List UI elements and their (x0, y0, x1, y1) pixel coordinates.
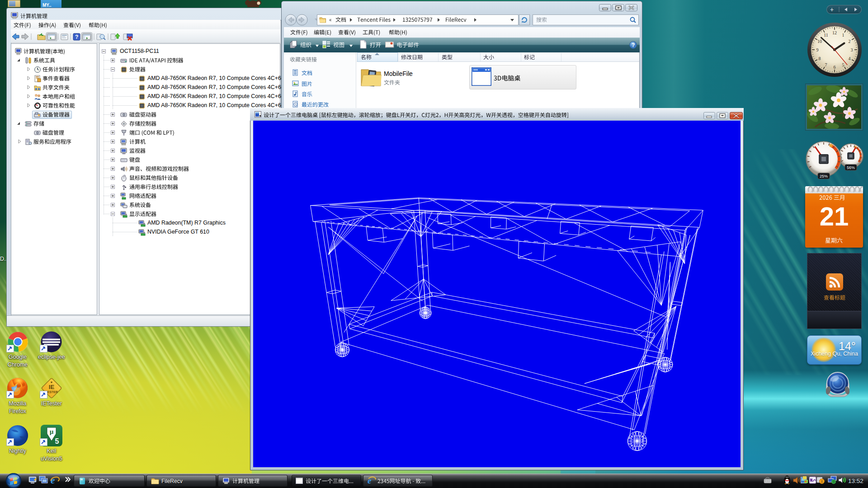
svg-text:7: 7 (825, 62, 827, 67)
svg-text:6: 6 (834, 65, 836, 70)
svg-text:11: 11 (824, 33, 828, 38)
svg-text:4: 4 (848, 56, 850, 61)
svg-text:10: 10 (817, 39, 822, 44)
svg-text:25%: 25% (820, 174, 828, 178)
svg-text:9: 9 (816, 47, 819, 52)
svg-text:3: 3 (851, 47, 853, 52)
svg-text:56%: 56% (847, 165, 855, 170)
svg-text:1: 1 (842, 33, 844, 38)
svg-text:µ: µ (50, 428, 54, 435)
svg-text:!: ! (821, 479, 823, 484)
svg-text:+: + (830, 6, 834, 13)
svg-text:12: 12 (832, 30, 837, 35)
svg-text:8: 8 (819, 56, 821, 61)
svg-text:?: ? (632, 42, 635, 48)
svg-text:5: 5 (55, 437, 59, 445)
svg-text:5: 5 (842, 62, 844, 67)
svg-text:2: 2 (848, 39, 850, 44)
svg-text:IE: IE (49, 384, 55, 390)
